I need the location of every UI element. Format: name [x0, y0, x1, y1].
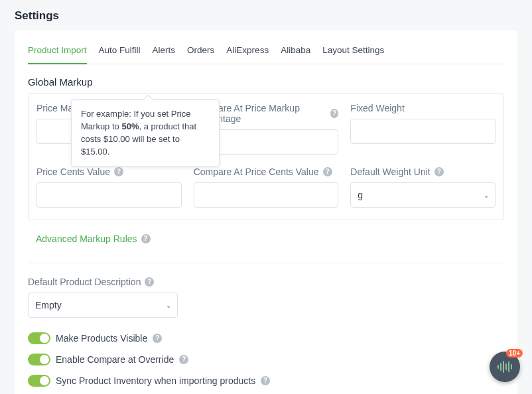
page-title: Settings	[0, 0, 532, 31]
input-price-cents-value[interactable]	[36, 182, 182, 208]
tab-alerts[interactable]: Alerts	[153, 42, 176, 64]
label-compare-at-price-cents-value: Compare At Price Cents Value	[194, 166, 319, 177]
toggle-label: Sync Product Inventory when importing pr…	[56, 375, 255, 386]
tooltip-text-bold: 50%	[121, 121, 139, 131]
help-icon[interactable]: ?	[145, 277, 154, 287]
toggle-label: Make Products Visible	[56, 333, 147, 344]
help-icon[interactable]: ?	[261, 376, 270, 385]
divider	[28, 263, 504, 263]
tab-auto-fulfill[interactable]: Auto Fulfill	[99, 42, 141, 64]
label-default-product-description: Default Product Description	[28, 277, 141, 287]
chat-fab[interactable]: 10+	[490, 352, 520, 382]
input-fixed-weight[interactable]	[350, 119, 496, 144]
tab-orders[interactable]: Orders	[187, 42, 214, 64]
help-icon[interactable]: ?	[434, 167, 444, 176]
advanced-markup-rules-label: Advanced Markup Rules	[36, 233, 137, 244]
help-icon[interactable]: ?	[114, 167, 123, 176]
advanced-markup-rules-link[interactable]: Advanced Markup Rules ?	[36, 233, 504, 244]
field-default-weight-unit: Default Weight Unit ? g ⌄	[350, 166, 496, 208]
fab-badge: 10+	[506, 349, 523, 358]
tab-alibaba[interactable]: Alibaba	[281, 42, 310, 64]
label-fixed-weight: Fixed Weight	[350, 103, 404, 113]
toggle-row-make-products-visible: Make Products Visible ?	[28, 332, 504, 344]
field-price-cents-value: Price Cents Value ?	[36, 166, 182, 208]
tabs: Product Import Auto Fulfill Alerts Order…	[28, 31, 504, 64]
help-icon[interactable]: ?	[323, 167, 332, 176]
audio-wave-icon	[498, 361, 512, 373]
label-default-weight-unit: Default Weight Unit	[350, 166, 430, 177]
toggle-row-sync-inventory-import: Sync Product Inventory when importing pr…	[28, 375, 504, 387]
tooltip-price-markup: For example: If you set Price Markup to …	[71, 99, 220, 166]
help-icon[interactable]: ?	[153, 334, 162, 343]
tab-layout-settings[interactable]: Layout Settings	[322, 42, 384, 64]
tab-product-import[interactable]: Product Import	[28, 42, 87, 64]
toggle-row-enable-compare-override: Enable Compare at Override ?	[28, 354, 504, 365]
tab-aliexpress[interactable]: AliExpress	[226, 42, 269, 64]
field-compare-at-price-cents-value: Compare At Price Cents Value ?	[194, 166, 339, 208]
help-icon[interactable]: ?	[179, 355, 188, 364]
toggle-enable-compare-override[interactable]	[28, 354, 50, 365]
settings-card: Product Import Auto Fulfill Alerts Order…	[15, 31, 517, 394]
field-fixed-weight: Fixed Weight	[350, 103, 496, 155]
global-markup-heading: Global Markup	[28, 76, 504, 88]
help-icon[interactable]: ?	[141, 234, 151, 243]
label-price-cents-value: Price Cents Value	[36, 166, 110, 177]
toggle-make-products-visible[interactable]	[28, 332, 50, 344]
toggle-sync-inventory-import[interactable]	[28, 375, 50, 387]
help-icon[interactable]: ?	[330, 109, 338, 118]
select-default-product-description[interactable]: Empty	[28, 293, 178, 318]
select-default-weight-unit[interactable]: g	[350, 182, 496, 208]
toggle-label: Enable Compare at Override	[56, 354, 174, 365]
input-compare-at-price-cents-value[interactable]	[194, 182, 339, 208]
